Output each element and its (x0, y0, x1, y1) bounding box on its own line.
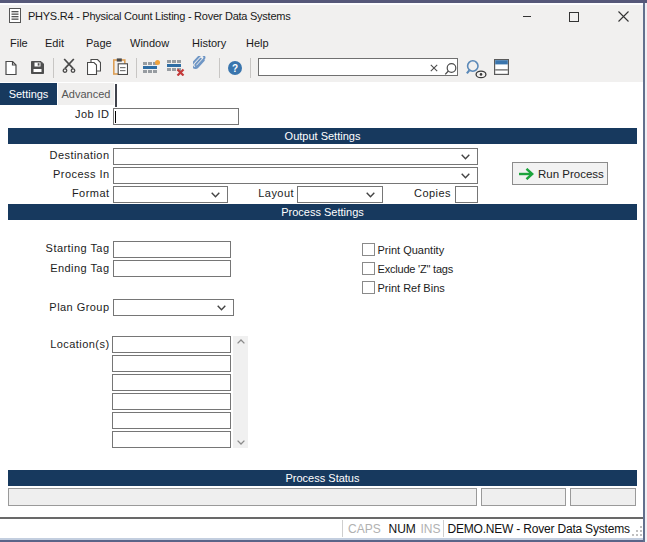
svg-text:?: ? (232, 63, 238, 74)
